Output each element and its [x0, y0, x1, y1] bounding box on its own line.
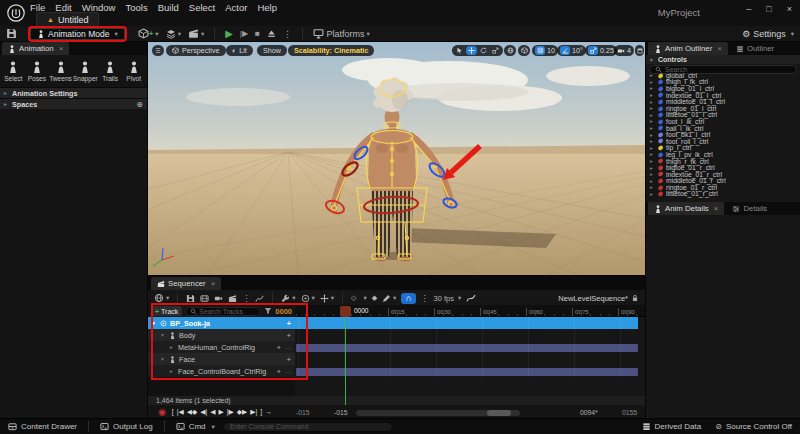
section-animation-settings[interactable]: ▸ Animation Settings [0, 87, 147, 98]
select-tool-button[interactable] [454, 46, 465, 55]
save-icon[interactable] [6, 28, 17, 39]
level-tab[interactable]: ▲ Untitled [36, 12, 99, 26]
skip-button[interactable]: |▶ [240, 29, 248, 38]
transport-button[interactable]: ] [260, 408, 262, 416]
close-button[interactable]: × [787, 4, 792, 14]
move-tool-button[interactable] [466, 46, 477, 55]
cmd-dropdown[interactable]: Cmd ▾ [176, 422, 215, 431]
stop-button[interactable]: ■ [255, 29, 260, 38]
show-button[interactable]: Show [257, 45, 287, 56]
playhead-marker[interactable] [340, 306, 351, 317]
curve-view-button[interactable] [466, 293, 476, 303]
section-dots-icon[interactable]: ⋯ [285, 368, 291, 375]
close-icon[interactable]: × [717, 44, 722, 53]
add-section-icon[interactable]: + [287, 355, 291, 364]
close-icon[interactable]: × [211, 279, 216, 288]
search-tracks-input[interactable]: Search Tracks [185, 307, 261, 316]
console-command-input[interactable]: Enter Console Command [223, 422, 393, 432]
tab-outliner[interactable]: Outliner [730, 42, 780, 55]
menu-item[interactable]: Tools [125, 2, 147, 13]
perspective-button[interactable]: Perspective [166, 45, 226, 56]
transport-button[interactable]: ▶| [250, 408, 257, 416]
viewport-options-button[interactable]: ☰ [152, 45, 164, 56]
add-section-icon[interactable]: + [287, 319, 291, 328]
scale-snap-button[interactable]: 0.25 [585, 45, 617, 56]
blueprints-button[interactable]: ▾ [166, 29, 181, 39]
play-button[interactable]: ▶ [225, 28, 233, 39]
animation-mode-button[interactable]: Animation Mode ▾ [30, 28, 125, 40]
keyframe-options-button[interactable]: ▾ [301, 293, 315, 302]
auto-key-button[interactable]: ▾ [320, 293, 334, 302]
surface-snap-button[interactable] [518, 45, 530, 56]
tab-details[interactable]: Details [726, 202, 773, 215]
control-list-item[interactable]: ▸ littletoe_01_r_ctrl [646, 191, 800, 198]
save-sequence-button[interactable] [186, 293, 195, 302]
caret-right-icon[interactable]: ▸ [170, 368, 175, 374]
caret-down-icon[interactable]: ▾ [161, 332, 166, 338]
caret-down-icon[interactable]: ▾ [152, 320, 157, 326]
current-frame-field[interactable]: 0000 [275, 307, 292, 316]
edit-mode-button[interactable]: ▾ [382, 293, 396, 302]
maximize-button[interactable]: □ [766, 4, 771, 14]
minimize-button[interactable]: – [746, 4, 751, 14]
transport-button[interactable]: ◀ [210, 408, 215, 416]
track-section-bar-controlrig[interactable] [296, 344, 638, 352]
close-icon[interactable]: × [59, 44, 64, 53]
working-range-start[interactable]: -015 [296, 409, 310, 416]
transport-button[interactable]: ▶ [218, 408, 223, 416]
transport-button[interactable]: |◀ [177, 408, 184, 416]
grid-snap-button[interactable]: 10 [532, 45, 558, 56]
level-viewport[interactable]: ☰ Perspective ◐ Lit Show Scalability: Ci… [148, 42, 645, 275]
lock-icon[interactable] [631, 294, 639, 302]
rotation-snap-button[interactable]: 10° [557, 45, 586, 56]
tab-anim-outliner[interactable]: Anim Outliner × [648, 42, 728, 55]
animation-tool-button[interactable]: Trails [99, 59, 122, 84]
unreal-engine-logo-icon[interactable] [6, 3, 26, 23]
more-options-icon[interactable]: ⋮ [242, 294, 250, 303]
tab-animation[interactable]: Animation × [2, 42, 69, 55]
eject-button[interactable] [267, 29, 276, 38]
tab-sequencer[interactable]: Sequencer × [151, 277, 221, 290]
transport-button[interactable]: ◀◆ [187, 408, 197, 416]
add-track-button[interactable]: + Track [151, 306, 182, 316]
transport-button[interactable]: |▶ [227, 408, 234, 416]
content-drawer-button[interactable]: Content Drawer [8, 422, 77, 431]
play-options-icon[interactable]: ⋮ [283, 29, 292, 39]
record-button[interactable]: ◉ [158, 407, 166, 417]
sequence-name[interactable]: NewLevelSequence* [558, 294, 628, 303]
menu-item[interactable]: Actor [225, 2, 247, 13]
caret-down-icon[interactable]: ▾ [161, 356, 166, 362]
menu-item[interactable]: Build [158, 2, 179, 13]
curve-editor-button[interactable] [255, 293, 264, 302]
transport-button[interactable]: ◆▶ [237, 408, 247, 416]
source-control-button[interactable]: ⊘ Source Control Off [715, 422, 792, 431]
animation-tool-button[interactable]: Snapper [73, 59, 98, 84]
transport-button[interactable]: → [265, 408, 272, 416]
cinematics-button[interactable]: ▾ [188, 28, 204, 39]
track-row-face[interactable]: ▾ Face + [148, 353, 295, 365]
render-movie-button[interactable] [228, 293, 237, 302]
tab-anim-details[interactable]: Anim Details × [648, 202, 724, 215]
track-row-metahuman-controlrig[interactable]: ▸ MetaHuman_ControlRig +⋯ [148, 341, 295, 353]
scale-tool-button[interactable] [490, 46, 501, 55]
section-spaces[interactable]: ▸ Spaces ⊕ [0, 98, 147, 109]
transport-button[interactable]: ◀| [200, 408, 207, 416]
settings-button[interactable]: ⚙ Settings ▾ [742, 29, 794, 39]
animation-tool-button[interactable]: Poses [26, 59, 49, 84]
track-row-face-controlboard[interactable]: ▸ Face_ControlBoard_CtrlRig +⋯ [148, 365, 295, 377]
section-dots-icon[interactable]: ⋯ [285, 344, 291, 351]
maximize-viewport-button[interactable] [635, 45, 644, 56]
animation-tool-button[interactable]: Tweens [49, 59, 72, 84]
output-log-button[interactable]: Output Log [100, 422, 153, 431]
controls-section-header[interactable]: ▾ Controls [646, 55, 800, 64]
playback-options-button[interactable]: ▾ [281, 293, 295, 302]
animation-tool-button[interactable]: Select [2, 59, 25, 84]
add-section-icon[interactable]: + [277, 343, 281, 352]
track-section-bar-bp[interactable] [295, 317, 638, 329]
rotate-tool-button[interactable] [478, 46, 489, 55]
animation-tool-button[interactable]: Pivot [122, 59, 145, 84]
filter-icon[interactable] [264, 307, 272, 315]
track-row-bp-sookja[interactable]: ▾ BP_Sook-ja + [148, 317, 295, 329]
key-all-button[interactable]: ◆ [372, 294, 377, 302]
view-range-end[interactable]: 0094* [580, 409, 598, 416]
